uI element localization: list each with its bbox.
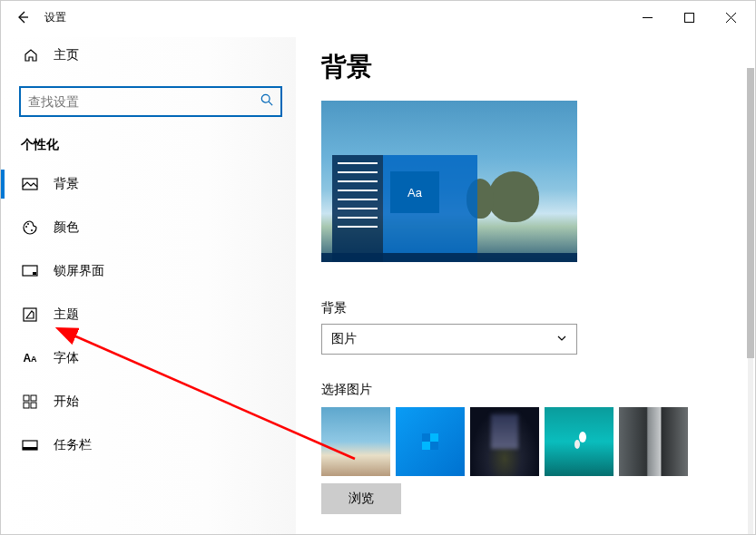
thumbnail-2[interactable] <box>396 407 465 476</box>
search-input[interactable] <box>28 94 260 109</box>
thumbnail-5[interactable] <box>619 407 688 476</box>
sidebar-item-taskbar[interactable]: 任务栏 <box>1 423 296 467</box>
sidebar-item-lockscreen[interactable]: 锁屏界面 <box>1 249 296 293</box>
svg-rect-9 <box>24 395 29 401</box>
thumbnail-1[interactable] <box>321 407 390 476</box>
picture-icon <box>21 176 39 192</box>
sidebar-item-label: 开始 <box>54 394 79 410</box>
maximize-button[interactable] <box>668 1 710 34</box>
settings-window: 设置 主页 <box>0 0 756 535</box>
arrow-left-icon <box>15 10 30 24</box>
svg-point-3 <box>25 226 27 228</box>
palette-icon <box>21 219 39 236</box>
sidebar-item-label: 字体 <box>54 350 79 366</box>
background-type-dropdown[interactable]: 图片 <box>321 324 577 355</box>
preview-sample-tile: Aa <box>390 171 439 213</box>
svg-point-5 <box>31 229 33 231</box>
sidebar-item-label: 任务栏 <box>54 437 92 453</box>
content-area: 背景 Aa 背景 图片 <box>296 34 755 534</box>
close-icon <box>726 13 736 23</box>
choose-picture-label: 选择图片 <box>321 382 755 398</box>
sidebar-item-background[interactable]: 背景 <box>1 162 296 206</box>
sidebar-item-label: 背景 <box>54 176 79 192</box>
sidebar-home-label: 主页 <box>54 47 79 63</box>
maximize-icon <box>684 13 694 23</box>
scrollbar-thumb[interactable] <box>747 68 754 358</box>
browse-button[interactable]: 浏览 <box>321 483 401 514</box>
svg-rect-12 <box>31 403 36 408</box>
sidebar-home[interactable]: 主页 <box>1 37 296 73</box>
svg-rect-11 <box>24 403 29 408</box>
sidebar-item-themes[interactable]: 主题 <box>1 293 296 336</box>
sidebar-item-label: 主题 <box>54 306 79 323</box>
sidebar-item-label: 颜色 <box>54 219 79 236</box>
home-icon <box>23 48 39 63</box>
sidebar-item-label: 锁屏界面 <box>54 263 104 279</box>
sidebar-section-title: 个性化 <box>21 137 296 153</box>
window-title: 设置 <box>44 10 66 25</box>
svg-point-1 <box>261 94 270 102</box>
titlebar: 设置 <box>1 1 755 34</box>
background-field-label: 背景 <box>321 300 755 316</box>
sidebar: 主页 个性化 背景 <box>1 34 296 534</box>
svg-point-4 <box>27 223 29 225</box>
minimize-icon <box>643 13 653 23</box>
dropdown-value: 图片 <box>331 331 357 347</box>
svg-rect-7 <box>33 272 36 275</box>
sidebar-item-fonts[interactable]: AA 字体 <box>1 336 296 380</box>
desktop-preview: Aa <box>321 101 577 262</box>
taskbar-icon <box>21 437 39 453</box>
thumbnail-4[interactable] <box>545 407 614 476</box>
svg-rect-8 <box>24 308 36 321</box>
chevron-down-icon <box>556 332 567 346</box>
start-icon <box>21 394 39 409</box>
window-body: 主页 个性化 背景 <box>1 34 755 534</box>
sidebar-item-start[interactable]: 开始 <box>1 380 296 423</box>
themes-icon <box>21 306 39 323</box>
minimize-button[interactable] <box>626 1 668 34</box>
svg-rect-10 <box>31 395 36 401</box>
svg-rect-0 <box>684 13 693 22</box>
lockscreen-icon <box>21 263 39 279</box>
picture-thumbnails <box>321 407 755 476</box>
svg-rect-14 <box>23 447 37 450</box>
thumbnail-3[interactable] <box>470 407 539 476</box>
search-icon <box>260 93 273 110</box>
back-button[interactable] <box>5 1 41 34</box>
sidebar-item-colors[interactable]: 颜色 <box>1 206 296 249</box>
page-title: 背景 <box>321 50 755 84</box>
search-box[interactable] <box>19 86 282 117</box>
fonts-icon: AA <box>21 352 39 365</box>
close-button[interactable] <box>710 1 751 34</box>
